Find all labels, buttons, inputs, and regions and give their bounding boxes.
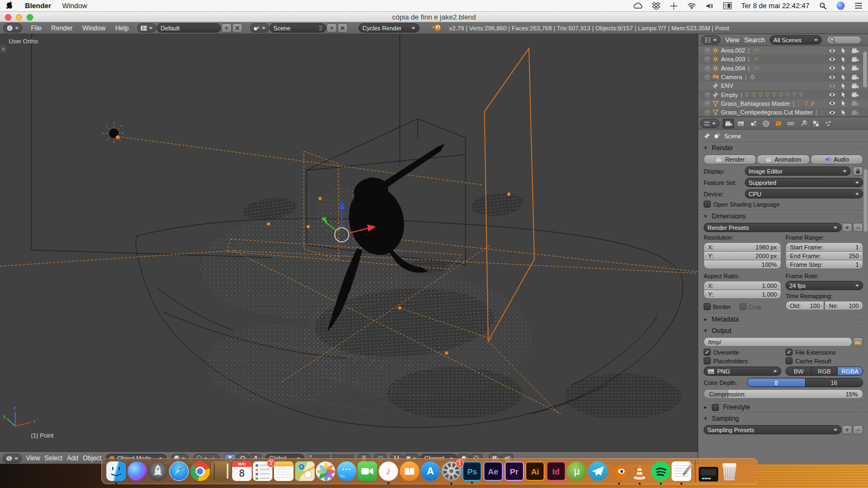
renderable-camera-icon[interactable] bbox=[851, 65, 859, 71]
dock-app-maps[interactable]: A bbox=[295, 461, 315, 481]
dock-app-spotify[interactable] bbox=[651, 461, 671, 481]
compression-slider[interactable]: Compression: 15% bbox=[704, 389, 863, 399]
freestyle-checkbox[interactable] bbox=[712, 404, 719, 411]
tab-particles[interactable] bbox=[822, 119, 834, 129]
outliner-item-gr-centipedegrass[interactable]: + Grass_Centipedegrass.Cut Master| ▽ bbox=[698, 108, 868, 117]
dock-item-trash[interactable] bbox=[720, 461, 739, 481]
aspect-x-field[interactable]: X:1.000 bbox=[704, 281, 781, 290]
dock-app-system-preferences[interactable]: 1 bbox=[442, 461, 461, 481]
outliner-display-filter[interactable]: All Scenes bbox=[770, 35, 822, 44]
scene-add-button[interactable]: + bbox=[327, 23, 337, 33]
resolution-x-field[interactable]: X:1980 px bbox=[704, 242, 781, 252]
volume-icon[interactable] bbox=[705, 2, 714, 10]
render-presets-selector[interactable]: Render Presets bbox=[704, 223, 841, 232]
notification-center-icon[interactable] bbox=[854, 2, 863, 10]
selectable-cursor-icon[interactable] bbox=[840, 110, 847, 115]
dock-app-reminders[interactable]: 2 bbox=[253, 461, 272, 481]
dock-app-siri[interactable] bbox=[127, 461, 147, 481]
visibility-eye-icon[interactable] bbox=[828, 65, 836, 71]
dock-app-facetime[interactable] bbox=[358, 461, 377, 481]
visibility-eye-icon[interactable] bbox=[828, 92, 836, 98]
crop-checkbox[interactable] bbox=[739, 303, 746, 310]
visibility-eye-icon[interactable] bbox=[828, 100, 836, 106]
visibility-eye-icon[interactable] bbox=[828, 48, 836, 54]
renderable-camera-icon[interactable] bbox=[851, 56, 859, 62]
outliner-item-empty[interactable]: + Empty| ▽ ▽ ▽ ▽ ▽ ▽ ▽ ▽ ▽ bbox=[698, 90, 868, 99]
menu-object[interactable]: Object bbox=[83, 454, 102, 462]
3d-viewport[interactable]: z y x + User Ortho (1) Point bbox=[0, 34, 698, 452]
menu-help[interactable]: Help bbox=[114, 24, 130, 32]
selectable-cursor-icon[interactable] bbox=[840, 48, 847, 54]
renderable-camera-icon[interactable] bbox=[851, 100, 859, 106]
dock-app-appstore[interactable]: A bbox=[420, 461, 440, 481]
resolution-y-field[interactable]: Y:2000 px bbox=[704, 251, 781, 260]
renderable-camera-icon[interactable] bbox=[851, 74, 859, 80]
selectable-cursor-icon[interactable] bbox=[840, 74, 847, 80]
end-frame-field[interactable]: End Frame:250 bbox=[786, 251, 863, 260]
menu-select[interactable]: Select bbox=[44, 454, 62, 462]
menu-add[interactable]: Add bbox=[67, 454, 78, 462]
color-depth-16[interactable]: 16 bbox=[805, 378, 863, 387]
input-source-icon[interactable] bbox=[723, 2, 732, 10]
tab-modifiers[interactable] bbox=[797, 119, 809, 129]
render-button[interactable]: Render bbox=[704, 155, 756, 164]
expand-toggle[interactable]: + bbox=[705, 56, 710, 62]
aspect-y-field[interactable]: Y:1.000 bbox=[704, 290, 781, 299]
menu-view[interactable]: View bbox=[26, 454, 40, 462]
sampling-preset-add-button[interactable]: + bbox=[842, 425, 852, 434]
dock-app-premiere[interactable]: Pr bbox=[505, 461, 524, 481]
dock-app-ibooks[interactable] bbox=[400, 461, 419, 481]
dock-app-finder[interactable] bbox=[106, 461, 126, 481]
outliner-menu-search[interactable]: Search bbox=[744, 36, 765, 44]
remap-old-field[interactable]: Old:100 bbox=[786, 301, 824, 310]
renderable-camera-icon[interactable] bbox=[851, 83, 859, 89]
menubar-app-name[interactable]: Blender bbox=[25, 2, 51, 10]
panel-header-sampling[interactable]: ▼Sampling∷∷ bbox=[698, 413, 868, 424]
creative-cloud-icon[interactable] bbox=[634, 2, 642, 10]
output-path-field[interactable]: /tmp/ bbox=[704, 337, 852, 346]
scene-delete-button[interactable]: ✕ bbox=[337, 23, 348, 33]
dock-app-blender[interactable] bbox=[609, 461, 629, 481]
panel-header-metadata[interactable]: ►Metadata∷∷ bbox=[698, 314, 868, 325]
tab-render-layers[interactable] bbox=[735, 119, 746, 129]
output-path-browse-button[interactable] bbox=[853, 337, 863, 346]
device-selector[interactable]: CPU bbox=[745, 189, 863, 198]
osl-checkbox[interactable] bbox=[704, 201, 711, 208]
wifi-icon[interactable] bbox=[687, 2, 696, 10]
color-mode-bw[interactable]: BW bbox=[786, 367, 811, 375]
audio-button[interactable]: Audio bbox=[810, 155, 863, 164]
remap-new-field[interactable]: Ne:100 bbox=[825, 301, 863, 310]
panel-header-freestyle[interactable]: ►Freestyle∷∷ bbox=[698, 402, 868, 413]
dock-app-telegram[interactable] bbox=[588, 461, 608, 481]
editor-type-outliner-button[interactable] bbox=[701, 35, 720, 44]
dock-app-itunes[interactable]: ♪ bbox=[379, 461, 398, 481]
outliner-search-input[interactable] bbox=[827, 36, 861, 44]
feature-set-selector[interactable]: Supported bbox=[745, 178, 863, 187]
panel-header-dimensions[interactable]: ▼Dimensions∷∷ bbox=[698, 211, 868, 222]
tab-texture[interactable] bbox=[810, 119, 821, 129]
menubar-clock[interactable]: Ter 8 de mai 22:42:47 bbox=[741, 2, 809, 10]
renderable-camera-icon[interactable] bbox=[851, 92, 859, 98]
dock-app-launchpad[interactable] bbox=[148, 461, 168, 481]
tab-constraints[interactable] bbox=[785, 119, 796, 129]
outliner-scrollbar[interactable] bbox=[863, 52, 867, 87]
tab-object[interactable] bbox=[773, 119, 784, 129]
menu-file[interactable]: File bbox=[30, 24, 42, 32]
dock-app-safari[interactable] bbox=[169, 461, 189, 481]
placeholders-checkbox[interactable] bbox=[704, 357, 711, 364]
editor-type-3dview-button[interactable] bbox=[3, 454, 22, 463]
preset-add-button[interactable]: + bbox=[842, 223, 852, 232]
selectable-cursor-icon[interactable] bbox=[840, 100, 847, 106]
toolshelf-expand-plus[interactable]: + bbox=[2, 47, 5, 52]
dock-app-vlc[interactable] bbox=[630, 461, 649, 481]
tracker-crosshair-icon[interactable] bbox=[669, 2, 678, 10]
dock-item-external-drive[interactable] bbox=[699, 467, 718, 481]
dock-app-textedit[interactable] bbox=[672, 461, 691, 481]
dock-app-messages[interactable] bbox=[337, 461, 356, 481]
expand-toggle[interactable]: + bbox=[705, 66, 710, 71]
frame-step-field[interactable]: Frame Step:1 bbox=[786, 260, 863, 269]
start-frame-field[interactable]: Start Frame:1 bbox=[786, 242, 863, 252]
border-checkbox[interactable] bbox=[704, 303, 711, 310]
color-mode-rgba[interactable]: RGBA bbox=[837, 367, 863, 375]
overwrite-checkbox[interactable]: ✓ bbox=[704, 349, 711, 356]
